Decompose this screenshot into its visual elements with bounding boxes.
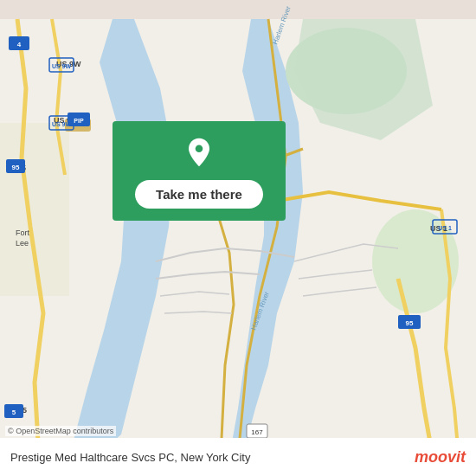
svg-text:PIP: PIP xyxy=(74,118,84,124)
map-container: US 9W US 9W I 95 NJ 5 US 1 I 95 NJ 4 Har… xyxy=(0,0,476,476)
svg-text:95: 95 xyxy=(12,164,20,171)
svg-text:95: 95 xyxy=(406,319,414,327)
svg-text:5: 5 xyxy=(12,408,16,416)
osm-text: © OpenStreetMap contributors xyxy=(8,427,113,435)
svg-text:167: 167 xyxy=(251,428,263,436)
svg-text:4: 4 xyxy=(17,41,22,48)
svg-text:Lee: Lee xyxy=(16,239,29,248)
map-background: US 9W US 9W I 95 NJ 5 US 1 I 95 NJ 4 Har… xyxy=(0,0,476,476)
svg-point-35 xyxy=(196,145,203,152)
bottom-bar: Prestige Med Halthcare Svcs PC, New York… xyxy=(0,438,476,476)
moovit-brand-text: moovit xyxy=(415,448,466,466)
osm-attribution: © OpenStreetMap contributors xyxy=(5,426,116,436)
take-me-there-button[interactable]: Take me there xyxy=(135,180,263,209)
navigation-overlay: Take me there xyxy=(113,121,286,221)
svg-text:US 9W: US 9W xyxy=(52,63,72,69)
moovit-logo: moovit xyxy=(415,448,466,466)
svg-text:US 1: US 1 xyxy=(438,225,452,231)
action-card: Take me there xyxy=(113,121,286,221)
location-pin-icon xyxy=(183,137,215,168)
location-label: Prestige Med Halthcare Svcs PC, New York… xyxy=(10,451,250,464)
svg-text:Fort: Fort xyxy=(16,228,30,237)
